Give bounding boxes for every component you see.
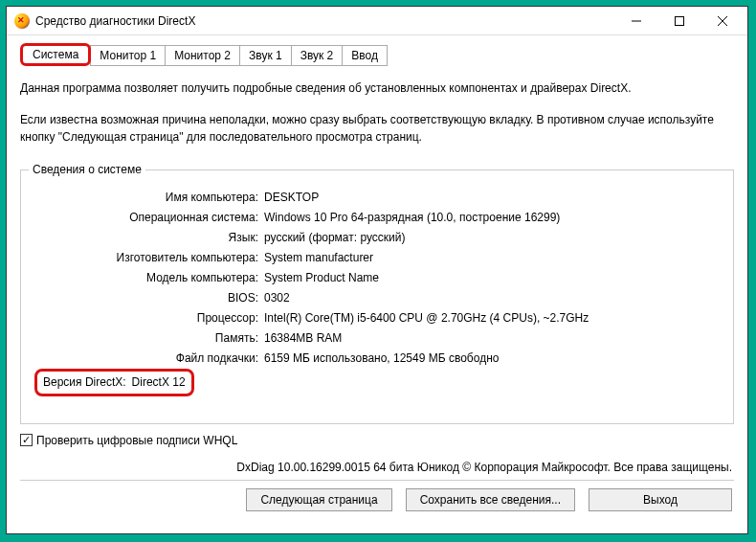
close-button[interactable] <box>700 8 744 34</box>
label-bios: BIOS: <box>34 288 264 308</box>
value-memory: 16384MB RAM <box>264 328 342 349</box>
system-info-group: Сведения о системе Имя компьютера: DESKT… <box>20 169 734 424</box>
tab-input[interactable]: Ввод <box>342 45 388 66</box>
directx-highlight: Версия DirectX: DirectX 12 <box>34 369 194 396</box>
label-processor: Процессор: <box>34 308 264 328</box>
row-memory: Память: 16384MB RAM <box>34 328 720 349</box>
label-manufacturer: Изготовитель компьютера: <box>34 248 264 268</box>
value-os: Windows 10 Pro 64-разрядная (10.0, постр… <box>264 208 560 228</box>
label-directx: Версия DirectX: <box>43 373 132 393</box>
intro-line1: Данная программа позволяет получить подр… <box>20 79 734 98</box>
value-pagefile: 6159 МБ использовано, 12549 МБ свободно <box>264 349 499 369</box>
label-os: Операционная система: <box>34 208 264 228</box>
content-area: Система Монитор 1 Монитор 2 Звук 1 Звук … <box>7 35 747 533</box>
row-os: Операционная система: Windows 10 Pro 64-… <box>34 208 720 228</box>
info-rows: Имя компьютера: DESKTOP Операционная сис… <box>34 188 720 396</box>
dxdiag-window: Средство диагностики DirectX Система Мон… <box>6 6 748 534</box>
value-bios: 0302 <box>264 288 290 308</box>
label-model: Модель компьютера: <box>34 268 264 288</box>
tab-sound1[interactable]: Звук 1 <box>239 45 292 66</box>
tab-system[interactable]: Система <box>20 43 91 66</box>
tab-monitor1[interactable]: Монитор 1 <box>90 45 166 66</box>
window-title: Средство диагностики DirectX <box>35 14 195 28</box>
minimize-button[interactable] <box>614 8 657 34</box>
label-computer-name: Имя компьютера: <box>34 188 264 208</box>
label-pagefile: Файл подкачки: <box>34 349 264 369</box>
whql-row: ✓ Проверить цифровые подписи WHQL <box>20 434 734 447</box>
label-language: Язык: <box>34 228 264 248</box>
intro-text: Данная программа позволяет получить подр… <box>20 79 734 160</box>
value-manufacturer: System manufacturer <box>264 248 373 268</box>
exit-button[interactable]: Выход <box>589 488 732 511</box>
save-all-button[interactable]: Сохранить все сведения... <box>406 488 575 511</box>
svg-rect-1 <box>675 16 683 25</box>
divider <box>20 480 734 481</box>
row-bios: BIOS: 0302 <box>34 288 720 308</box>
value-computer-name: DESKTOP <box>264 188 319 208</box>
value-model: System Product Name <box>264 268 379 288</box>
tab-strip: Система Монитор 1 Монитор 2 Звук 1 Звук … <box>20 43 734 66</box>
row-computer-name: Имя компьютера: DESKTOP <box>34 188 720 208</box>
window-controls <box>614 8 744 34</box>
row-directx: Версия DirectX: DirectX 12 <box>34 369 720 396</box>
row-model: Модель компьютера: System Product Name <box>34 268 720 288</box>
row-language: Язык: русский (формат: русский) <box>34 228 720 248</box>
next-page-button[interactable]: Следующая страница <box>246 488 391 511</box>
tab-sound2[interactable]: Звук 2 <box>291 45 344 66</box>
label-memory: Память: <box>34 328 264 349</box>
group-title: Сведения о системе <box>29 163 145 176</box>
value-directx: DirectX 12 <box>132 373 186 393</box>
maximize-button[interactable] <box>657 8 700 34</box>
button-row: Следующая страница Сохранить все сведени… <box>20 488 734 511</box>
tab-monitor2[interactable]: Монитор 2 <box>165 45 240 66</box>
intro-line2: Если известна возможная причина неполадк… <box>20 111 734 147</box>
value-language: русский (формат: русский) <box>264 228 406 248</box>
row-processor: Процессор: Intel(R) Core(TM) i5-6400 CPU… <box>34 308 720 328</box>
row-pagefile: Файл подкачки: 6159 МБ использовано, 125… <box>34 349 720 369</box>
dxdiag-icon <box>14 13 30 29</box>
footer-note: DxDiag 10.00.16299.0015 64 бита Юникод ©… <box>20 461 734 474</box>
row-manufacturer: Изготовитель компьютера: System manufact… <box>34 248 720 268</box>
titlebar: Средство диагностики DirectX <box>7 7 747 35</box>
whql-checkbox[interactable]: ✓ <box>20 434 33 446</box>
value-processor: Intel(R) Core(TM) i5-6400 CPU @ 2.70GHz … <box>264 308 589 328</box>
whql-label: Проверить цифровые подписи WHQL <box>36 434 237 447</box>
